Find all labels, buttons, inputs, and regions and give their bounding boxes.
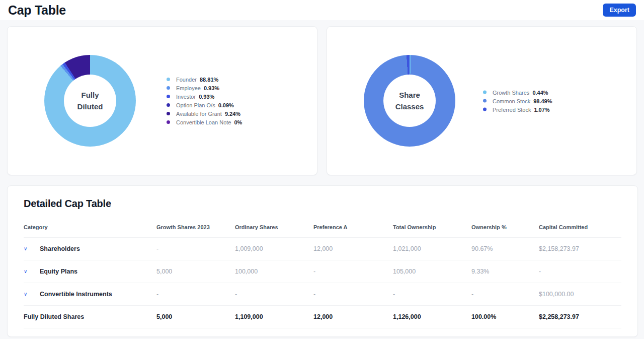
detailed-cap-table-title: Detailed Cap Table: [24, 198, 621, 210]
legend-value: 1.07%: [534, 106, 549, 112]
share-classes-donut-label: ShareClasses: [384, 90, 435, 112]
cell-value: 90.67%: [471, 245, 539, 252]
legend-item: Available for Grant 9.24%: [167, 111, 242, 116]
cell-value: 9.33%: [471, 268, 539, 275]
legend-value: 88.81%: [200, 77, 218, 83]
column-header-category: Category: [24, 224, 156, 236]
footer-value: 12,000: [313, 313, 393, 320]
legend-label: Founder: [176, 77, 197, 83]
legend-label: Common Stock: [493, 98, 530, 104]
share-classes-card: ShareClasses Growth Shares 0.44% Common …: [327, 26, 637, 175]
legend-value: 0.93%: [204, 85, 219, 91]
legend-dot-icon: [167, 120, 170, 124]
cell-value: -: [235, 291, 313, 298]
cell-value: -: [156, 245, 235, 252]
footer-value: $2,258,273.97: [539, 313, 621, 320]
footer-value: 1,126,000: [393, 313, 471, 320]
legend-item: Founder 88.81%: [167, 77, 242, 82]
legend-dot-icon: [483, 108, 487, 111]
cell-value: -: [313, 268, 393, 275]
cell-value: -: [539, 268, 621, 275]
page-title: Cap Table: [8, 3, 66, 18]
legend-label: Growth Shares: [493, 89, 529, 95]
legend-dot-icon: [167, 86, 170, 90]
cell-value: -: [471, 291, 539, 298]
cell-value: 105,000: [393, 268, 471, 275]
fully-diluted-card: FullyDiluted Founder 88.81% Employee 0.9…: [7, 26, 317, 175]
legend-label: Employee: [176, 85, 201, 91]
legend-value: 0.09%: [218, 102, 234, 108]
chevron-down-icon[interactable]: ∨: [24, 246, 30, 251]
footer-value: 1,109,000: [235, 313, 313, 320]
row-category-equity-plans: Equity Plans: [40, 268, 77, 275]
legend-item: Investor 0.93%: [167, 94, 242, 99]
cell-value: -: [156, 291, 235, 298]
share-classes-legend: Growth Shares 0.44% Common Stock 98.49% …: [483, 90, 552, 112]
table-row: ∨ Shareholders - 1,009,000 12,000 1,021,…: [24, 238, 621, 260]
cell-value: -: [313, 291, 393, 298]
table-footer-row: Fully Diluted Shares 5,000 1,109,000 12,…: [24, 306, 621, 328]
legend-value: 98.49%: [533, 98, 552, 104]
table-row: ∨ Equity Plans 5,000 100,000 - 105,000 9…: [24, 260, 621, 283]
legend-value: 0.44%: [532, 89, 548, 95]
legend-label: Option Plan O/s: [176, 102, 215, 108]
chevron-down-icon[interactable]: ∨: [24, 269, 30, 274]
column-header-capital-committed: Capital Committed: [539, 224, 621, 236]
legend-item: Growth Shares 0.44%: [483, 90, 552, 95]
cell-value: $2,158,273.97: [539, 245, 621, 252]
legend-dot-icon: [167, 78, 170, 81]
cell-value: 100,000: [235, 268, 313, 275]
row-category-convertible-instruments: Convertible Instruments: [40, 291, 112, 298]
footer-value: 5,000: [156, 313, 235, 320]
column-header-preference-a: Preference A: [313, 224, 393, 236]
footer-category-fully-diluted-shares: Fully Diluted Shares: [24, 313, 84, 320]
table-row: ∨ Convertible Instruments - - - - - $100…: [24, 283, 621, 306]
main-content: FullyDiluted Founder 88.81% Employee 0.9…: [0, 20, 644, 337]
fully-diluted-donut-chart: FullyDiluted: [44, 55, 136, 147]
footer-value: 100.00%: [471, 313, 539, 320]
legend-item: Employee 0.93%: [167, 85, 242, 91]
legend-dot-icon: [483, 91, 487, 94]
export-button[interactable]: Export: [603, 4, 636, 17]
cell-value: -: [393, 291, 471, 298]
row-category-shareholders: Shareholders: [40, 245, 80, 252]
legend-item: Common Stock 98.49%: [483, 98, 552, 104]
cell-value: 12,000: [313, 245, 393, 252]
column-header-growth-shares-2023: Growth Shares 2023: [156, 224, 235, 236]
share-classes-donut-chart: ShareClasses: [364, 55, 455, 147]
legend-value: 9.24%: [225, 111, 240, 117]
table-header-row: Category Growth Shares 2023 Ordinary Sha…: [24, 223, 621, 238]
legend-dot-icon: [167, 112, 170, 115]
cell-value: 1,021,000: [393, 245, 471, 252]
fully-diluted-donut-label: FullyDiluted: [65, 90, 115, 112]
column-header-ownership-pct: Ownership %: [471, 224, 539, 236]
legend-item: Option Plan O/s 0.09%: [167, 102, 242, 108]
legend-dot-icon: [167, 103, 170, 107]
top-header: Cap Table Export: [0, 0, 644, 20]
legend-value: 0.93%: [199, 94, 214, 100]
column-header-ordinary-shares: Ordinary Shares: [235, 224, 313, 236]
charts-row: FullyDiluted Founder 88.81% Employee 0.9…: [7, 26, 637, 175]
legend-label: Investor: [176, 94, 196, 100]
legend-item: Convertible Loan Note 0%: [167, 119, 242, 125]
detailed-cap-table-card: Detailed Cap Table Category Growth Share…: [7, 185, 638, 337]
legend-dot-icon: [483, 99, 487, 103]
cell-value: 5,000: [156, 268, 235, 275]
cell-value: 1,009,000: [235, 245, 313, 252]
chevron-down-icon[interactable]: ∨: [24, 292, 30, 297]
legend-label: Preferred Stock: [493, 106, 531, 112]
legend-item: Preferred Stock 1.07%: [483, 107, 552, 112]
legend-dot-icon: [167, 95, 170, 98]
cell-value: $100,000.00: [539, 291, 621, 298]
legend-label: Available for Grant: [176, 111, 222, 117]
column-header-total-ownership: Total Ownership: [393, 224, 471, 236]
fully-diluted-legend: Founder 88.81% Employee 0.93% Investor 0…: [167, 77, 242, 125]
legend-value: 0%: [234, 119, 242, 125]
legend-label: Convertible Loan Note: [176, 119, 231, 125]
